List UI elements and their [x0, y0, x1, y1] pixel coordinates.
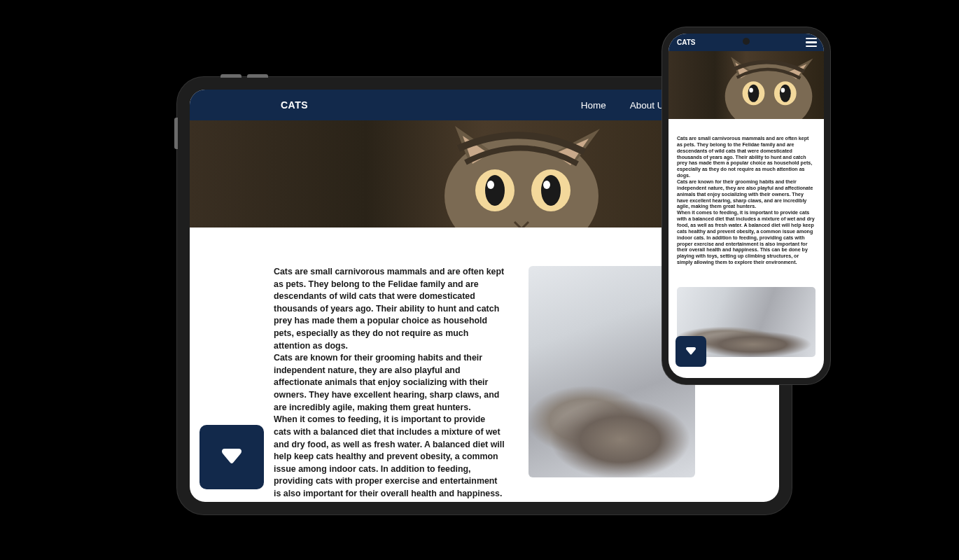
phone-hero-image	[668, 51, 824, 119]
article-paragraph-1: Cats are small carnivorous mammals and a…	[677, 136, 816, 179]
nav-home[interactable]: Home	[581, 100, 606, 111]
cat-hero-illustration	[438, 120, 648, 227]
svg-point-4	[541, 175, 561, 206]
article-paragraph-1: Cats are small carnivorous mammals and a…	[274, 266, 505, 352]
svg-point-11	[780, 85, 791, 102]
svg-point-10	[748, 85, 760, 102]
tablet-volume-up-button	[220, 74, 241, 78]
hamburger-menu-button[interactable]	[806, 38, 817, 48]
phone-camera-notch	[743, 38, 750, 45]
dropdown-fab-button[interactable]	[200, 425, 264, 489]
svg-point-3	[485, 175, 505, 206]
chevron-down-icon	[683, 344, 699, 359]
brand-logo[interactable]: CATS	[677, 38, 695, 46]
phone-device-frame: CATS	[662, 27, 830, 384]
article-paragraph-2: Cats are known for their grooming habits…	[274, 352, 505, 414]
article-paragraph-2: Cats are known for their grooming habits…	[677, 179, 816, 210]
dropdown-fab-button[interactable]	[676, 336, 706, 367]
tablet-power-button	[174, 118, 178, 149]
article-text: Cats are small carnivorous mammals and a…	[274, 266, 505, 502]
svg-point-6	[543, 181, 550, 189]
brand-logo[interactable]: CATS	[281, 99, 308, 111]
svg-point-13	[781, 88, 785, 92]
chevron-down-icon	[216, 442, 247, 472]
cat-hero-illustration	[721, 51, 824, 119]
hamburger-icon	[806, 38, 817, 40]
svg-point-12	[750, 88, 754, 92]
phone-screen: CATS	[668, 34, 824, 378]
svg-point-5	[487, 181, 494, 189]
tablet-volume-down-button	[247, 74, 268, 78]
article-paragraph-3: When it comes to feeding, it is importan…	[677, 210, 816, 266]
article-text: Cats are small carnivorous mammals and a…	[668, 119, 824, 274]
article-paragraph-3: When it comes to feeding, it is importan…	[274, 414, 505, 502]
